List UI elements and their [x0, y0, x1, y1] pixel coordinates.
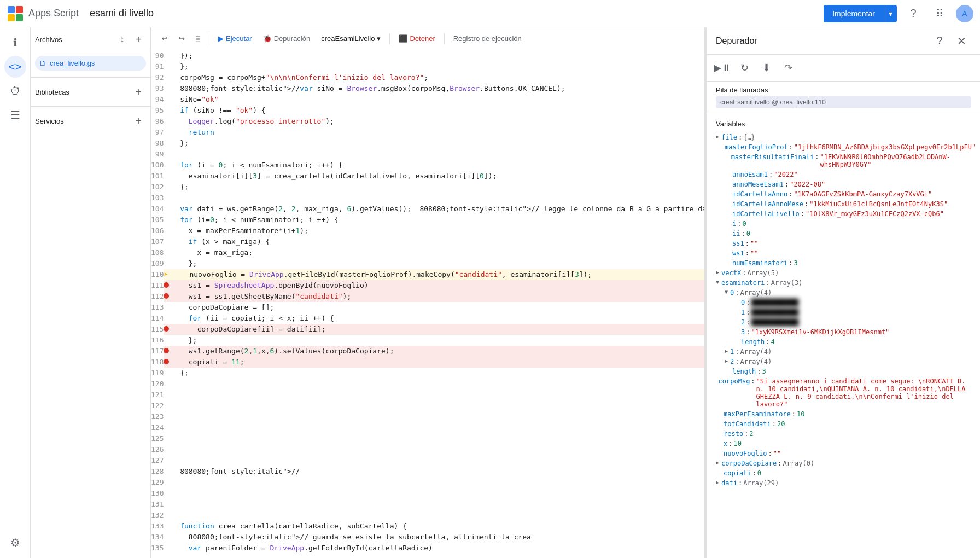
debug-button[interactable]: 🐞 Depuración [259, 32, 315, 45]
var-collapse-icon[interactable]: ▶ [725, 348, 728, 354]
line-number: 97 [151, 127, 164, 138]
var-key: idCartellaAnno [732, 190, 788, 198]
sort-files-button[interactable]: ↕ [114, 32, 130, 47]
var-key: length [741, 338, 765, 346]
variable-item[interactable]: ▶corpoDaCopiare:Array(0) [707, 458, 980, 468]
files-title: Archivos [35, 36, 62, 44]
var-colon: : [738, 479, 742, 487]
var-collapse-icon[interactable]: ▶ [716, 133, 719, 140]
line-number: 105 [151, 214, 164, 225]
step-over-button[interactable]: ↷ [779, 59, 797, 77]
callstack-item[interactable]: creaEsamiLivello @ crea_livello:110 [716, 96, 971, 108]
var-key: annoMeseEsam1 [732, 181, 784, 188]
function-selector[interactable]: creaEsamiLivello ▾ [317, 32, 385, 45]
add-library-button[interactable]: + [131, 84, 146, 100]
var-collapse-icon[interactable]: ▶ [725, 358, 728, 364]
variable-item: nuovoFoglio:"" [707, 449, 980, 458]
variable-item: maxPerEsaminatore:10 [707, 409, 980, 419]
stop-button[interactable]: ⬛ Detener [394, 32, 439, 45]
services-section-header: Servicios + [31, 109, 150, 133]
close-icon: ✕ [957, 34, 966, 48]
code-line: 106 x = maxPerEsaminatore*(i+1); [151, 225, 704, 236]
var-colon: : [766, 338, 769, 346]
help-icon: ? [910, 7, 916, 20]
var-colon: : [751, 377, 755, 385]
implementar-dropdown-button[interactable]: ▾ [884, 5, 897, 22]
add-service-button[interactable]: + [131, 113, 146, 129]
execution-log-button[interactable]: Registro de ejecución [449, 32, 526, 45]
debugger-help-button[interactable]: ? [930, 31, 949, 51]
add-file-button[interactable]: + [131, 32, 146, 47]
sidebar-item-settings[interactable]: ⚙ [4, 532, 26, 554]
line-content [164, 379, 704, 390]
var-expand-icon[interactable]: ▼ [716, 279, 719, 285]
var-key: annoEsam1 [732, 171, 768, 178]
apps-script-logo-icon [7, 5, 24, 22]
variable-item[interactable]: ▶1:Array(4) [707, 347, 980, 357]
line-number: 98 [151, 138, 164, 149]
line-number: 126 [151, 444, 164, 455]
user-avatar[interactable]: A [956, 5, 973, 22]
line-content: esaminatori[i][3] = crea_cartella(idCart… [164, 171, 704, 182]
debugger-header: Depurador ? ✕ [707, 27, 980, 55]
variable-item[interactable]: ▶vectX:Array(5) [707, 268, 980, 278]
undo-button[interactable]: ↩ [158, 32, 172, 45]
var-collapse-icon[interactable]: ▶ [716, 479, 719, 485]
libraries-section-header: Bibliotecas + [31, 80, 150, 104]
var-value: 0 [757, 469, 761, 477]
line-content [164, 149, 704, 160]
var-colon: : [792, 410, 796, 418]
apps-icon-button[interactable]: ⠿ [930, 4, 949, 24]
run-button[interactable]: ▶ Ejecutar [214, 32, 256, 45]
code-line: 93 808080;font-style:italic">//var siNo … [151, 83, 704, 94]
line-number: 131 [151, 499, 164, 510]
sidebar-item-info[interactable]: ℹ [4, 32, 26, 54]
line-number: 125 [151, 433, 164, 444]
variable-item: length:3 [707, 367, 980, 376]
file-item-crea-livello[interactable]: 🗋 crea_livello.gs [35, 56, 146, 71]
variable-item[interactable]: ▶2:Array(4) [707, 357, 980, 367]
variable-item[interactable]: ▼0:Array(4) [707, 288, 980, 298]
var-key: resto [724, 430, 743, 438]
help-icon-button[interactable]: ? [903, 4, 923, 24]
code-line: 117 ws1.getRange(2,1,x,6).setValues(corp… [151, 346, 704, 357]
var-value: 2 [749, 430, 753, 438]
debugger-title: Depurador [716, 36, 757, 46]
variables-section: Variables ▶file:{…}masterFoglioProf:"1jf… [707, 113, 980, 492]
refresh-button[interactable]: ↻ [736, 59, 753, 77]
line-number: 128 [151, 466, 164, 477]
line-content [164, 488, 704, 499]
var-key: 2 [730, 358, 734, 365]
resume-button[interactable]: ▶⏸ [714, 59, 731, 77]
step-into-button[interactable]: ⬇ [757, 59, 775, 77]
var-collapse-icon[interactable]: ▶ [716, 269, 719, 275]
variable-item[interactable]: ▶file:{…} [707, 132, 980, 142]
sidebar-item-extensions[interactable]: ☰ [4, 104, 26, 126]
var-key: ws1 [732, 249, 744, 257]
sidebar-item-editor[interactable]: <> [4, 56, 26, 78]
var-key: copiati [724, 469, 751, 477]
svg-rect-1 [16, 6, 23, 13]
var-value: Array(0) [783, 460, 814, 467]
code-editor[interactable]: 90 });91 };92 corpoMsg = corpoMsg+"\n\n\… [151, 50, 704, 558]
indent-button[interactable]: ⌸ [191, 32, 205, 45]
line-number: 94 [151, 94, 164, 105]
line-number: 135 [151, 543, 164, 554]
code-line: 102 }; [151, 182, 704, 193]
line-number: 116 [151, 335, 164, 346]
var-collapse-icon[interactable]: ▶ [716, 460, 719, 466]
var-value: 0 [742, 220, 746, 228]
sidebar-item-triggers[interactable]: ⏱ [4, 80, 26, 102]
chevron-down-icon: ▾ [377, 34, 381, 43]
var-key: idCartellaLivello [732, 210, 800, 218]
variable-item[interactable]: ▶dati:Array(29) [707, 478, 980, 488]
var-expand-icon[interactable]: ▼ [725, 289, 728, 295]
redo-button[interactable]: ↪ [174, 32, 189, 45]
svg-rect-2 [8, 14, 15, 21]
implementar-button[interactable]: Implementar [824, 5, 884, 22]
line-number: 114 [151, 313, 164, 324]
variable-item[interactable]: ▼esaminatori:Array(3) [707, 278, 980, 288]
stop-label: Detener [410, 34, 435, 43]
step-over-icon: ↷ [784, 62, 792, 74]
debugger-close-button[interactable]: ✕ [952, 31, 971, 51]
